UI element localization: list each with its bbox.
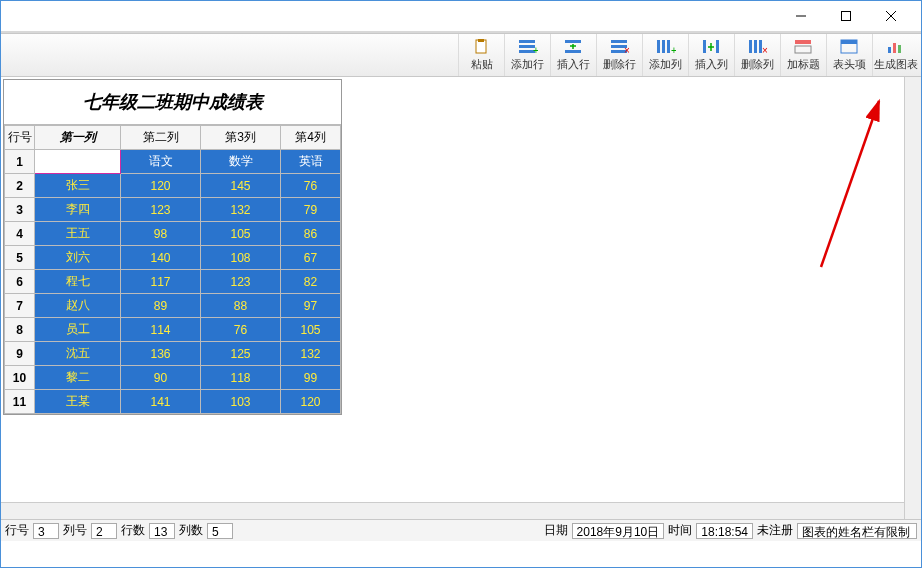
tool-delete-col[interactable]: ×删除列 xyxy=(734,34,780,76)
cell[interactable]: 123 xyxy=(201,270,281,294)
tool-make-chart[interactable]: 生成图表 xyxy=(872,34,918,76)
status-cols-value: 5 xyxy=(207,523,233,539)
tool-label: 删除行 xyxy=(603,57,636,72)
row-number[interactable]: 4 xyxy=(5,222,35,246)
status-col-label: 列号 xyxy=(63,522,87,539)
tool-paste[interactable]: 粘贴 xyxy=(458,34,504,76)
col-header[interactable]: 第二列 xyxy=(121,126,201,150)
cell[interactable]: 118 xyxy=(201,366,281,390)
cell[interactable]: 90 xyxy=(121,366,201,390)
cell[interactable]: 108 xyxy=(201,246,281,270)
svg-rect-20 xyxy=(703,40,706,53)
cell[interactable]: 李四 xyxy=(35,198,121,222)
tool-label: 粘贴 xyxy=(471,57,493,72)
cell[interactable]: 王五 xyxy=(35,222,121,246)
status-row-value: 3 xyxy=(33,523,59,539)
minimize-button[interactable] xyxy=(778,2,823,30)
tool-add-title[interactable]: 加标题 xyxy=(780,34,826,76)
tool-label: 表头项 xyxy=(833,57,866,72)
svg-rect-6 xyxy=(519,40,535,43)
row-number[interactable]: 3 xyxy=(5,198,35,222)
cell[interactable]: 120 xyxy=(281,390,341,414)
cell[interactable]: 67 xyxy=(281,246,341,270)
cell[interactable]: 数学 xyxy=(201,150,281,174)
cell[interactable]: 沈五 xyxy=(35,342,121,366)
cell[interactable]: 97 xyxy=(281,294,341,318)
cell[interactable]: 语文 xyxy=(121,150,201,174)
cell[interactable]: 79 xyxy=(281,198,341,222)
tool-delete-row[interactable]: ×删除行 xyxy=(596,34,642,76)
row-number[interactable]: 10 xyxy=(5,366,35,390)
cell[interactable]: 140 xyxy=(121,246,201,270)
cell[interactable]: 82 xyxy=(281,270,341,294)
row-number[interactable]: 6 xyxy=(5,270,35,294)
row-number[interactable]: 2 xyxy=(5,174,35,198)
cell[interactable]: 114 xyxy=(121,318,201,342)
cell[interactable]: 88 xyxy=(201,294,281,318)
cell[interactable]: 117 xyxy=(121,270,201,294)
row-number[interactable]: 11 xyxy=(5,390,35,414)
cell[interactable]: 76 xyxy=(201,318,281,342)
cell[interactable]: 98 xyxy=(121,222,201,246)
cell[interactable]: 123 xyxy=(121,198,201,222)
cell[interactable]: 89 xyxy=(121,294,201,318)
tool-header[interactable]: 表头项 xyxy=(826,34,872,76)
cell[interactable]: 141 xyxy=(121,390,201,414)
cell-editor[interactable] xyxy=(35,150,120,173)
row-number[interactable]: 1 xyxy=(5,150,35,174)
cell[interactable]: 赵八 xyxy=(35,294,121,318)
cell[interactable]: 员工 xyxy=(35,318,121,342)
status-reg: 未注册 xyxy=(757,522,793,539)
svg-line-33 xyxy=(821,101,879,267)
window-controls xyxy=(778,2,913,30)
row-number[interactable]: 5 xyxy=(5,246,35,270)
status-msg: 图表的姓名栏有限制 xyxy=(797,523,917,539)
maximize-button[interactable] xyxy=(823,2,868,30)
toolbar: 粘贴+添加行插入行×删除行+添加列插入列×删除列加标题表头项生成图表 xyxy=(1,33,921,77)
cell[interactable]: 刘六 xyxy=(35,246,121,270)
table-row: 2张三12014576 xyxy=(5,174,341,198)
cell[interactable]: 136 xyxy=(121,342,201,366)
cell[interactable]: 王某 xyxy=(35,390,121,414)
tool-add-col[interactable]: +添加列 xyxy=(642,34,688,76)
cell[interactable]: 程七 xyxy=(35,270,121,294)
delete-row-icon: × xyxy=(610,39,630,55)
vertical-scrollbar[interactable] xyxy=(904,77,921,519)
cell[interactable]: 132 xyxy=(281,342,341,366)
cell[interactable]: 132 xyxy=(201,198,281,222)
svg-rect-22 xyxy=(749,40,752,53)
cell[interactable]: 张三 xyxy=(35,174,121,198)
row-number[interactable]: 8 xyxy=(5,318,35,342)
cell[interactable]: 99 xyxy=(281,366,341,390)
cell[interactable]: 103 xyxy=(201,390,281,414)
svg-rect-16 xyxy=(657,40,660,53)
row-number[interactable]: 9 xyxy=(5,342,35,366)
cell[interactable]: 105 xyxy=(281,318,341,342)
status-rows-value: 13 xyxy=(149,523,175,539)
table-row: 1语文数学英语 xyxy=(5,150,341,174)
cell[interactable]: 125 xyxy=(201,342,281,366)
close-button[interactable] xyxy=(868,2,913,30)
row-number[interactable]: 7 xyxy=(5,294,35,318)
cell[interactable]: 86 xyxy=(281,222,341,246)
tool-insert-col[interactable]: 插入列 xyxy=(688,34,734,76)
status-time-label: 时间 xyxy=(668,522,692,539)
horizontal-scrollbar[interactable] xyxy=(1,502,904,519)
tool-add-row[interactable]: +添加行 xyxy=(504,34,550,76)
cell[interactable]: 英语 xyxy=(281,150,341,174)
svg-rect-21 xyxy=(716,40,719,53)
cell[interactable]: 120 xyxy=(121,174,201,198)
cell[interactable]: 105 xyxy=(201,222,281,246)
col-header[interactable]: 第4列 xyxy=(281,126,341,150)
cell[interactable]: 黎二 xyxy=(35,366,121,390)
cell[interactable]: 145 xyxy=(201,174,281,198)
col-header[interactable]: 第一列 xyxy=(35,126,121,150)
cell[interactable] xyxy=(35,150,121,174)
tool-label: 插入列 xyxy=(695,57,728,72)
svg-rect-18 xyxy=(667,40,670,53)
cell[interactable]: 76 xyxy=(281,174,341,198)
data-table[interactable]: 行号第一列第二列第3列第4列 1语文数学英语2张三120145763李四1231… xyxy=(4,125,341,414)
row-header-label: 行号 xyxy=(5,126,35,150)
col-header[interactable]: 第3列 xyxy=(201,126,281,150)
tool-insert-row[interactable]: 插入行 xyxy=(550,34,596,76)
